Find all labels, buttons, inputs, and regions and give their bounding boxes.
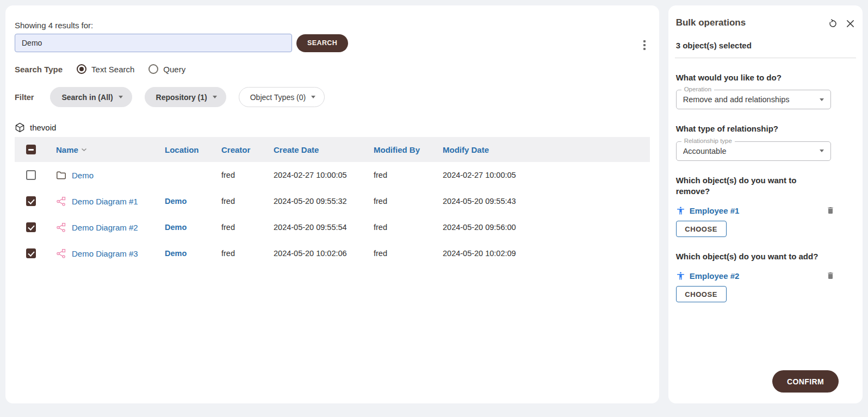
diagram-icon <box>56 196 66 207</box>
row-checkbox[interactable] <box>26 170 36 180</box>
person-icon <box>676 206 685 215</box>
add-object-row: Employee #2 <box>676 271 835 281</box>
search-type-row: Search Type Text Search Query <box>15 64 650 74</box>
result-link[interactable]: Demo Diagram #3 <box>72 249 138 258</box>
folder-icon <box>56 171 66 180</box>
operation-select-value: Remove and add relationships <box>683 95 814 104</box>
modify-date-cell: 2024-05-20 10:02:09 <box>443 249 544 258</box>
filter-search-in-label: Search in (All) <box>61 93 113 102</box>
column-header-modified-by[interactable]: Modified By <box>374 145 443 154</box>
filter-row: Filter Search in (All) Repository (1) Ob… <box>15 87 650 107</box>
table-row: Demo Diagram #3 Demo fred 2024-05-20 10:… <box>15 240 650 266</box>
column-header-creator[interactable]: Creator <box>221 145 274 154</box>
diagram-icon <box>56 248 66 259</box>
row-checkbox[interactable] <box>26 222 36 232</box>
filter-repository-label: Repository (1) <box>156 93 207 102</box>
repository-header: thevoid <box>15 122 650 133</box>
modified-by-cell: fred <box>374 249 443 258</box>
creator-cell: fred <box>221 197 274 206</box>
result-link[interactable]: Demo Diagram #1 <box>72 197 138 206</box>
sort-chevron-icon <box>81 148 87 152</box>
trash-icon[interactable] <box>826 271 835 281</box>
radio-query-label: Query <box>163 65 185 74</box>
search-button[interactable]: SEARCH <box>296 34 348 52</box>
radio-unselected-icon <box>148 64 158 74</box>
filter-label: Filter <box>15 93 34 102</box>
select-all-checkbox[interactable] <box>26 145 36 154</box>
confirm-button[interactable]: CONFIRM <box>772 370 839 393</box>
person-icon <box>676 271 685 281</box>
search-input[interactable] <box>15 34 292 52</box>
modified-by-cell: fred <box>374 223 443 232</box>
location-link[interactable]: Demo <box>165 197 221 206</box>
modified-by-cell: fred <box>374 171 443 179</box>
chevron-down-icon <box>311 96 315 98</box>
repository-name: thevoid <box>30 123 56 132</box>
choose-remove-button[interactable]: CHOOSE <box>676 221 727 237</box>
chevron-down-icon <box>119 96 123 98</box>
chevron-down-icon <box>820 150 824 152</box>
relationship-select-value: Accountable <box>683 147 814 155</box>
modify-date-cell: 2024-02-27 10:00:05 <box>443 171 544 179</box>
operation-select-label: Operation <box>681 86 715 94</box>
more-options-icon[interactable] <box>640 39 649 51</box>
column-header-modify-date[interactable]: Modify Date <box>443 145 544 154</box>
table-header: Name Location Creator Create Date Modifi… <box>15 137 650 162</box>
operation-question: What would you like to do? <box>676 72 855 83</box>
radio-selected-icon <box>77 64 86 74</box>
table-row: Demo Diagram #1 Demo fred 2024-05-20 09:… <box>15 188 650 214</box>
creator-cell: fred <box>221 249 274 258</box>
search-type-label: Search Type <box>15 65 63 74</box>
table-row: Demo Diagram #2 Demo fred 2024-05-20 09:… <box>15 214 650 240</box>
filter-search-in[interactable]: Search in (All) <box>50 87 132 107</box>
diagram-icon <box>56 222 66 233</box>
result-link[interactable]: Demo <box>72 171 94 180</box>
modified-by-cell: fred <box>374 197 443 206</box>
row-checkbox[interactable] <box>26 248 36 258</box>
create-date-cell: 2024-05-20 09:55:54 <box>274 223 374 232</box>
operation-select[interactable]: Operation Remove and add relationships <box>676 90 831 109</box>
page: Showing 4 results for: SEARCH Search Typ… <box>0 0 868 409</box>
create-date-cell: 2024-05-20 09:55:32 <box>274 197 374 206</box>
radio-query[interactable]: Query <box>148 64 185 74</box>
radio-text-search[interactable]: Text Search <box>77 64 134 74</box>
result-link[interactable]: Demo Diagram #2 <box>72 223 138 232</box>
panel-title: Bulk operations <box>676 17 746 28</box>
relationship-select-label: Relationship type <box>681 138 735 145</box>
remove-object-row: Employee #1 <box>676 206 835 215</box>
create-date-cell: 2024-02-27 10:00:05 <box>274 171 374 179</box>
add-question: Which object(s) do you want to add? <box>676 251 855 262</box>
close-icon[interactable] <box>846 19 855 28</box>
creator-cell: fred <box>221 223 274 232</box>
relationship-type-select[interactable]: Relationship type Accountable <box>676 141 831 161</box>
relationship-question: What type of relationship? <box>676 123 855 134</box>
add-object-link[interactable]: Employee #2 <box>690 271 740 281</box>
selected-count: 3 object(s) selected <box>676 41 855 50</box>
column-header-name[interactable]: Name <box>56 145 165 154</box>
cube-icon <box>15 122 25 133</box>
bulk-operations-panel: Bulk operations 3 object(s) selected Wha… <box>668 5 863 403</box>
reset-icon[interactable] <box>828 18 838 29</box>
results-count-label: Showing 4 results for: <box>15 21 650 30</box>
filter-repository[interactable]: Repository (1) <box>145 87 226 107</box>
create-date-cell: 2024-05-20 10:02:06 <box>274 249 374 258</box>
chevron-down-icon <box>213 96 217 98</box>
filter-object-types[interactable]: Object Types (0) <box>239 87 325 107</box>
choose-add-button[interactable]: CHOOSE <box>676 286 727 302</box>
remove-question: Which object(s) do you want to remove? <box>676 175 817 197</box>
modify-date-cell: 2024-05-20 09:56:00 <box>443 223 544 232</box>
radio-text-search-label: Text Search <box>91 65 134 74</box>
remove-object-link[interactable]: Employee #1 <box>690 206 740 215</box>
divider <box>675 58 856 58</box>
creator-cell: fred <box>221 171 274 179</box>
chevron-down-icon <box>820 98 824 101</box>
row-checkbox[interactable] <box>26 196 36 206</box>
search-bar: SEARCH <box>15 34 650 52</box>
panel-header: Bulk operations <box>676 17 855 29</box>
filter-object-types-label: Object Types (0) <box>250 93 306 102</box>
location-link[interactable]: Demo <box>165 223 221 232</box>
location-link[interactable]: Demo <box>165 249 221 258</box>
column-header-create-date[interactable]: Create Date <box>274 145 374 154</box>
column-header-location[interactable]: Location <box>165 145 221 154</box>
trash-icon[interactable] <box>826 206 835 215</box>
